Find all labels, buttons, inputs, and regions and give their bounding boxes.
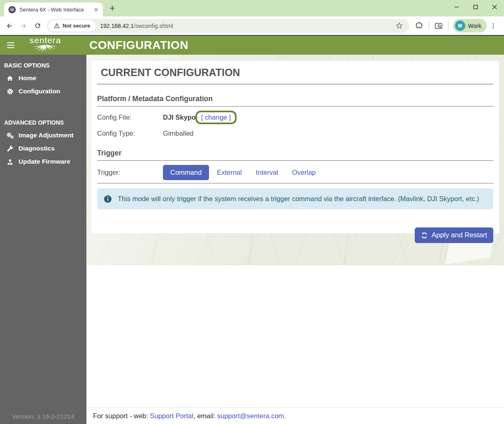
extensions-icon[interactable] [413, 19, 426, 32]
config-type-value: Gimballed [163, 130, 193, 137]
trigger-section-heading: Trigger [97, 149, 493, 161]
config-file-row: Config File: DJI Skyport [ change ] [97, 111, 493, 124]
window-minimize-icon[interactable] [447, 0, 466, 14]
sidebar-item-diagnostics[interactable]: Diagnostics [0, 142, 86, 155]
browser-tabstrip: Sentera 6X - Web Interface [0, 0, 504, 16]
apply-button-label: Apply and Restart [432, 231, 487, 239]
sidebar-item-configuration[interactable]: Configuration [0, 85, 86, 98]
sidebar-item-label: Diagnostics [19, 145, 55, 152]
trigger-option-interval[interactable]: Interval [250, 165, 284, 180]
info-icon [104, 195, 112, 203]
sentera-logo-fan-icon [30, 44, 60, 53]
security-label: Not secure [63, 23, 90, 29]
window-controls [447, 0, 504, 14]
sentera-logo[interactable]: sentera [28, 36, 62, 54]
trigger-option-external[interactable]: External [211, 165, 248, 180]
sidebar-item-label: Configuration [19, 88, 60, 95]
trigger-info-text: This mode will only trigger if the syste… [118, 194, 479, 204]
sidebar: BASIC OPTIONS Home Configuration ADVANCE… [0, 55, 86, 424]
url-text[interactable]: 192.168.42.1/swconfig.shtml [100, 23, 393, 29]
side-panel-search-icon[interactable] [432, 19, 445, 32]
back-icon[interactable] [2, 19, 16, 33]
sidebar-item-home[interactable]: Home [0, 72, 86, 85]
profile-name: Work [468, 23, 481, 29]
window-close-icon[interactable] [485, 0, 504, 14]
config-file-value: DJI Skyport [163, 114, 201, 121]
url-host: 192.168.42.1 [100, 23, 134, 29]
platform-section-heading: Platform / Metadata Configuration [97, 95, 493, 107]
bookmark-star-icon[interactable] [394, 20, 405, 32]
page-title: CURRENT CONFIGURATION [97, 67, 493, 84]
config-type-label: Config Type: [97, 130, 163, 137]
upload-icon [6, 158, 14, 165]
url-path: /swconfig.shtml [134, 23, 173, 29]
url-bar[interactable]: Not secure 192.168.42.1/swconfig.shtml [47, 19, 409, 33]
toolbar-separator [429, 22, 429, 30]
reload-icon[interactable] [30, 19, 44, 33]
config-type-row: Config Type: Gimballed [97, 128, 493, 139]
profile-chip[interactable]: M Work [453, 19, 487, 32]
profile-avatar: M [455, 21, 465, 31]
browser-toolbar: Not secure 192.168.42.1/swconfig.shtml M… [0, 16, 504, 35]
home-icon [6, 75, 14, 82]
sync-arrows-icon [421, 232, 428, 239]
sidebar-item-update-firmware[interactable]: Update Firmware [0, 155, 86, 168]
app-header: sentera CONFIGURATION [0, 35, 504, 55]
support-portal-link[interactable]: Support Portal [150, 412, 193, 420]
toolbar-separator [448, 22, 448, 30]
trigger-option-overlap[interactable]: Overlap [286, 165, 322, 180]
apply-row: Apply and Restart [97, 227, 493, 243]
sidebar-item-image-adjustment[interactable]: Image Adjustment [0, 129, 86, 142]
config-file-change-link[interactable]: [ change ] [201, 114, 231, 121]
browser-tab[interactable]: Sentera 6X - Web Interface [4, 2, 103, 16]
change-link-highlight: [ change ] [195, 111, 237, 124]
tab-title: Sentera 6X - Web Interface [19, 7, 89, 13]
menu-icon[interactable] [7, 41, 14, 50]
window-maximize-icon[interactable] [466, 0, 485, 14]
sidebar-heading-advanced: ADVANCED OPTIONS [0, 112, 86, 129]
tab-close-icon[interactable] [92, 6, 100, 13]
config-file-label: Config File: [97, 114, 163, 121]
trigger-option-command[interactable]: Command [163, 165, 209, 180]
sidebar-heading-basic: BASIC OPTIONS [0, 55, 86, 72]
new-tab-button[interactable] [109, 5, 115, 13]
page-header-title: CONFIGURATION [89, 39, 188, 52]
support-email-link[interactable]: support@sentera.com [217, 412, 284, 420]
sidebar-item-label: Image Adjustment [19, 132, 74, 139]
trigger-info-box: This mode will only trigger if the syste… [97, 188, 493, 209]
support-footer: For support - web: Support Portal, email… [86, 407, 504, 424]
trigger-row: Trigger: Command External Interval Overl… [97, 165, 493, 183]
sidebar-item-label: Update Firmware [19, 158, 70, 165]
wrench-icon [6, 145, 14, 152]
apply-and-restart-button[interactable]: Apply and Restart [415, 227, 493, 243]
trigger-label: Trigger: [97, 169, 163, 176]
security-chip[interactable]: Not secure [49, 20, 95, 31]
gears-icon [6, 132, 14, 139]
footer-text-prefix: For support - web: [93, 412, 150, 420]
sidebar-item-label: Home [19, 74, 36, 82]
footer-text-suffix: . [284, 412, 286, 420]
sentera-logo-text: sentera [28, 36, 62, 44]
gear-icon [6, 88, 14, 95]
footer-text-mid: , email: [193, 412, 217, 420]
warning-triangle-icon [54, 23, 60, 28]
main-content: CURRENT CONFIGURATION Platform / Metadat… [86, 55, 504, 424]
sentera-favicon-icon [8, 6, 16, 14]
forward-icon[interactable] [16, 19, 30, 33]
version-label: Version: 3.16.0-21214 [0, 413, 86, 420]
configuration-card: CURRENT CONFIGURATION Platform / Metadat… [91, 61, 499, 233]
browser-menu-icon[interactable] [487, 19, 500, 32]
